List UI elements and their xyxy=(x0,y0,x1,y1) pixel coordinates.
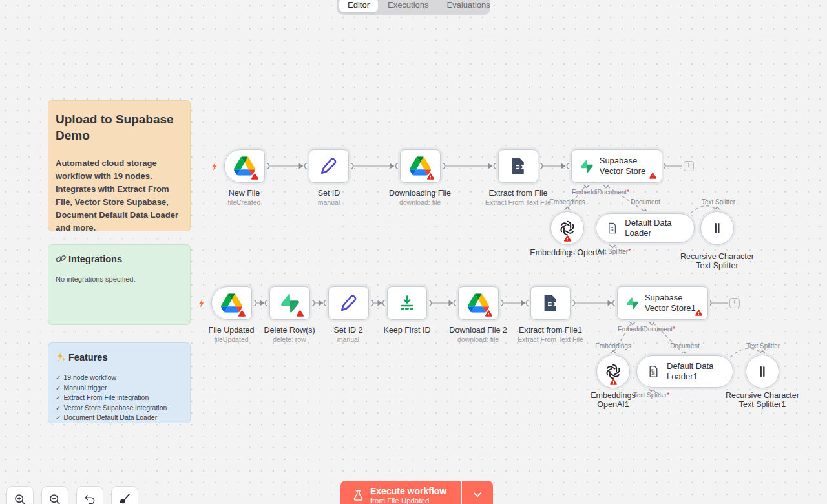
feature-item: ✓Document Default Data Loader integratio… xyxy=(56,413,183,423)
warning-icon xyxy=(609,378,618,386)
pen-icon xyxy=(339,293,359,313)
view-tabbar: Editor Executions Evaluations xyxy=(337,0,490,15)
node-sublabel: Extract From Text File xyxy=(512,335,589,343)
node-label: Recursive Character Text Splitter1 xyxy=(717,391,808,410)
add-node-button[interactable]: + xyxy=(729,298,740,308)
tab-editor[interactable]: Editor xyxy=(339,0,378,12)
sparkles-icon xyxy=(56,352,67,362)
flask-icon xyxy=(352,489,364,501)
warning-icon xyxy=(238,310,246,317)
node-recursive-text-splitter1[interactable] xyxy=(746,355,779,388)
sticky-note-integrations[interactable]: Integrations No integrations specified. xyxy=(48,244,191,325)
node-default-data-loader[interactable]: Default Data Loader xyxy=(596,213,695,243)
sticky-note-features[interactable]: Features ✓19 node workflow ✓Manual trigg… xyxy=(48,342,191,423)
warning-icon xyxy=(296,310,304,317)
node-file-updated[interactable] xyxy=(211,286,252,320)
node-sublabel: download: file xyxy=(381,198,459,206)
node-label: New File xyxy=(205,189,283,198)
port-label-embedding: EmbeddiDocument* xyxy=(572,189,629,196)
node-label: Extract from File xyxy=(479,189,557,198)
supabase-icon xyxy=(627,295,638,312)
node-embeddings-openai1[interactable] xyxy=(596,355,630,388)
node-embeddings-openai[interactable] xyxy=(550,211,584,245)
node-label: Set ID xyxy=(290,189,368,198)
add-node-button[interactable]: + xyxy=(684,161,694,171)
extract-file-icon xyxy=(541,293,560,313)
node-keep-first-id[interactable] xyxy=(387,286,427,320)
tab-evaluations[interactable]: Evaluations xyxy=(439,0,499,12)
sticky-note-overview[interactable]: Upload to Supabase Demo Automated cloud … xyxy=(48,100,191,231)
node-label: Extract from File1 xyxy=(512,326,589,335)
trigger-bolt-icon xyxy=(210,161,220,172)
node-set-id[interactable] xyxy=(309,149,349,183)
port-label: Text Splitter xyxy=(696,198,741,205)
note-body: Automated cloud storage workflow with 19… xyxy=(56,157,183,231)
node-sublabel: manual xyxy=(309,335,387,343)
feature-item: ✓Vector Store Supabase integration xyxy=(56,403,183,414)
feature-item: ✓19 node workflow xyxy=(56,373,183,383)
node-extract-from-file1[interactable] xyxy=(530,286,571,320)
warning-icon xyxy=(485,310,493,317)
supabase-icon xyxy=(581,158,593,175)
node-label: Embeddings OpenAI xyxy=(516,248,619,257)
reset-zoom-button[interactable] xyxy=(76,486,103,504)
chevron-down-icon xyxy=(473,492,482,498)
zoom-in-icon xyxy=(13,492,27,504)
warning-icon xyxy=(649,172,657,180)
node-new-file[interactable] xyxy=(224,149,265,183)
node-set-id-2[interactable] xyxy=(328,286,369,320)
note-body: No integrations specified. xyxy=(56,275,183,283)
node-download-file-2[interactable] xyxy=(458,286,499,320)
feature-item: ✓Manual trigger xyxy=(56,383,183,394)
node-extract-from-file[interactable] xyxy=(498,149,538,183)
note-title: Features xyxy=(68,352,107,362)
node-sublabel: fileCreated xyxy=(205,198,283,206)
link-icon xyxy=(56,253,67,264)
node-delete-rows[interactable] xyxy=(269,286,310,320)
broom-icon xyxy=(118,492,132,504)
node-sublabel: download: file xyxy=(439,335,517,343)
tab-executions[interactable]: Executions xyxy=(379,0,437,12)
execute-workflow-split-button: Execute workflow from File Updated xyxy=(340,481,493,504)
node-label: Downloading File xyxy=(381,189,459,198)
trigger-bolt-icon xyxy=(197,298,207,309)
warning-icon xyxy=(251,173,259,180)
node-default-data-loader1[interactable]: Default Data Loader1 xyxy=(636,355,733,388)
binary-document-icon xyxy=(647,364,660,379)
port-label: Embeddings xyxy=(595,342,631,350)
check-icon: ✓ xyxy=(56,374,61,381)
port-label: Text Splitter xyxy=(740,342,786,350)
execute-workflow-button[interactable]: Execute workflow from File Updated xyxy=(340,481,461,504)
remove-duplicates-icon xyxy=(397,293,417,313)
warning-icon xyxy=(695,309,703,317)
zoom-out-icon xyxy=(48,492,62,504)
undo-icon xyxy=(83,492,97,504)
node-label: Embeddings OpenAI1 xyxy=(574,391,652,410)
node-downloading-file[interactable] xyxy=(400,149,441,183)
node-recursive-text-splitter[interactable] xyxy=(700,211,734,245)
execute-label: Execute workflow xyxy=(370,486,446,496)
text-splitter-icon xyxy=(755,364,769,379)
text-splitter-icon xyxy=(710,220,724,236)
check-icon: ✓ xyxy=(56,384,61,392)
node-inline-label: Default Data Loader1 xyxy=(667,361,724,383)
zoom-out-button[interactable] xyxy=(41,486,68,504)
node-supabase-vector-store[interactable]: Supabase Vector Store xyxy=(571,149,662,183)
warning-icon xyxy=(563,235,572,242)
node-supabase-vector-store1[interactable]: Supabase Vector Store1 xyxy=(617,286,708,320)
check-icon: ✓ xyxy=(56,394,61,401)
binary-document-icon xyxy=(606,220,618,236)
execute-sublabel: from File Updated xyxy=(370,497,446,504)
warning-icon xyxy=(426,173,435,180)
extract-file-icon xyxy=(508,156,528,176)
node-label: Download File 2 xyxy=(439,326,517,335)
tidy-up-button[interactable] xyxy=(111,486,138,504)
execute-options-dropdown[interactable] xyxy=(462,481,493,504)
check-icon: ✓ xyxy=(56,414,61,421)
feature-item: ✓Extract From File integration xyxy=(56,393,183,403)
node-label: Recursive Character Text Splitter xyxy=(675,252,759,271)
zoom-in-button[interactable] xyxy=(6,486,34,504)
note-title: Upload to Supabase Demo xyxy=(56,112,183,143)
node-label: Keep First ID xyxy=(368,326,446,335)
workflow-canvas[interactable]: 01 10 xyxy=(0,0,827,504)
